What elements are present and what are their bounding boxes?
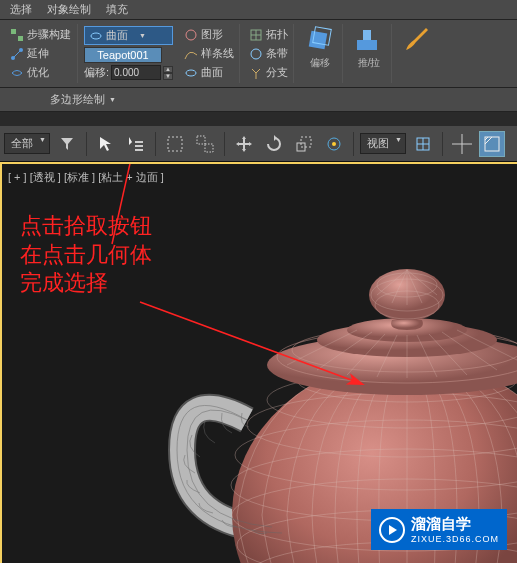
watermark: 溜溜自学 ZIXUE.3D66.COM	[371, 509, 507, 550]
filter-icon[interactable]	[54, 131, 80, 157]
svg-rect-22	[301, 137, 311, 147]
svg-point-6	[186, 70, 196, 76]
select-arrow-icon[interactable]	[93, 131, 119, 157]
svg-rect-16	[135, 145, 143, 147]
teapot-name-field[interactable]: Teapot001	[84, 47, 162, 63]
offset-spinner[interactable]	[111, 65, 161, 80]
menu-fill[interactable]: 填充	[106, 2, 128, 17]
ribbon-group-2: 曲面 ▼ Teapot001 偏移: ▲▼	[82, 24, 175, 83]
svg-rect-14	[363, 30, 371, 40]
ribbon: 步骤构建 延伸 优化 曲面 ▼ Teapot001 偏移: ▲▼ 图形	[0, 20, 517, 88]
coord-icon[interactable]	[410, 131, 436, 157]
toolbar: 全部 视图	[0, 126, 517, 162]
graphic-button[interactable]: 图形	[181, 26, 237, 43]
svg-point-5	[186, 30, 196, 40]
rect-select-icon[interactable]	[162, 131, 188, 157]
curve-icon	[89, 29, 103, 43]
branch-button[interactable]: 分支	[246, 64, 291, 81]
step-build-button[interactable]: 步骤构建	[6, 26, 75, 43]
extend-icon	[10, 47, 24, 61]
svg-rect-18	[168, 137, 182, 151]
svg-rect-20	[205, 144, 213, 152]
viewport-label[interactable]: [ + ] [透视 ] [标准 ] [粘土 + 边面 ]	[8, 170, 164, 185]
splines-icon	[184, 47, 198, 61]
brush-icon	[402, 26, 434, 54]
branch-icon	[249, 66, 263, 80]
optimize-icon	[10, 66, 24, 80]
curve-button[interactable]: 曲面 ▼	[84, 26, 173, 45]
spinner-buttons[interactable]: ▲▼	[163, 66, 173, 80]
menu-select[interactable]: 选择	[10, 2, 32, 17]
ribbon-group-4: 拓扑 条带 分支	[244, 24, 294, 83]
topology-button[interactable]: 拓扑	[246, 26, 291, 43]
ribbon-group-1: 步骤构建 延伸 优化	[4, 24, 78, 83]
viewport[interactable]: [ + ] [透视 ] [标准 ] [粘土 + 边面 ] 点击拾取按钮 在点击几…	[0, 162, 517, 563]
polyedit-dropdown[interactable]: 多边形绘制 ▼	[50, 92, 116, 107]
svg-point-4	[91, 33, 101, 39]
circle-icon	[184, 28, 198, 42]
snap-icon[interactable]	[449, 131, 475, 157]
offset-row: 偏移: ▲▼	[84, 65, 173, 80]
svg-point-3	[19, 48, 23, 52]
watermark-logo-icon	[379, 517, 405, 543]
svg-point-24	[332, 142, 336, 146]
step-icon	[10, 28, 24, 42]
curve2-icon	[184, 66, 198, 80]
svg-rect-13	[357, 40, 377, 50]
pianyi-large[interactable]: 偏移	[298, 24, 343, 83]
brush-large[interactable]	[396, 24, 440, 83]
svg-rect-19	[197, 136, 205, 144]
select-list-icon[interactable]	[123, 131, 149, 157]
splines-button[interactable]: 样条线	[181, 45, 237, 62]
svg-point-10	[251, 49, 261, 59]
optimize-button[interactable]: 优化	[6, 64, 75, 81]
ribbon-group-3: 图形 样条线 曲面	[179, 24, 240, 83]
menu-objectdraw[interactable]: 对象绘制	[47, 2, 91, 17]
divider	[0, 112, 517, 126]
scale-icon[interactable]	[291, 131, 317, 157]
extend-button[interactable]: 延伸	[6, 45, 75, 62]
angle-snap-icon[interactable]	[479, 131, 505, 157]
svg-rect-17	[135, 149, 143, 151]
teapot-model[interactable]	[107, 185, 517, 563]
curve2-button[interactable]: 曲面	[181, 64, 237, 81]
svg-rect-11	[309, 31, 328, 50]
secondary-bar: 多边形绘制 ▼	[0, 88, 517, 112]
all-dropdown[interactable]: 全部	[4, 133, 50, 154]
window-crossing-icon[interactable]	[192, 131, 218, 157]
tuila-icon	[353, 26, 385, 54]
svg-rect-30	[485, 137, 499, 151]
topology-icon	[249, 28, 263, 42]
svg-rect-15	[135, 141, 143, 143]
view-dropdown[interactable]: 视图	[360, 133, 406, 154]
pianyi-icon	[304, 26, 336, 54]
strips-icon	[249, 47, 263, 61]
menu-bar: 选择 对象绘制 填充	[0, 0, 517, 20]
placement-icon[interactable]	[321, 131, 347, 157]
rotate-icon[interactable]	[261, 131, 287, 157]
move-icon[interactable]	[231, 131, 257, 157]
strips-button[interactable]: 条带	[246, 45, 291, 62]
svg-rect-0	[11, 29, 16, 34]
tuila-large[interactable]: 推/拉	[347, 24, 392, 83]
svg-rect-1	[18, 36, 23, 41]
